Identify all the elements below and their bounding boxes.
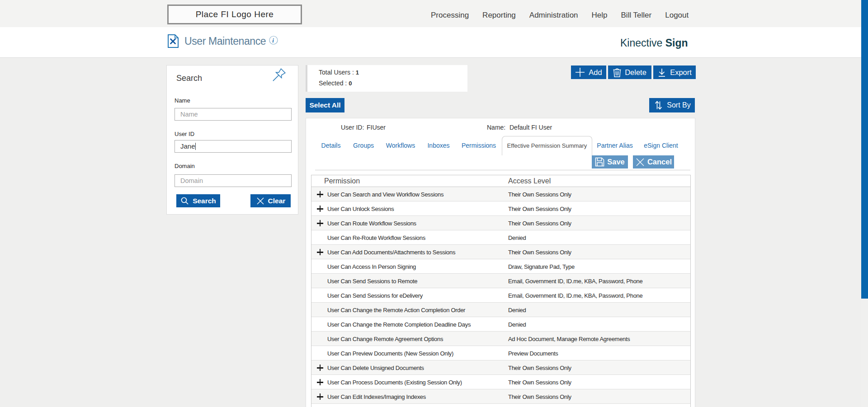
svg-text:i: i [272, 37, 274, 44]
